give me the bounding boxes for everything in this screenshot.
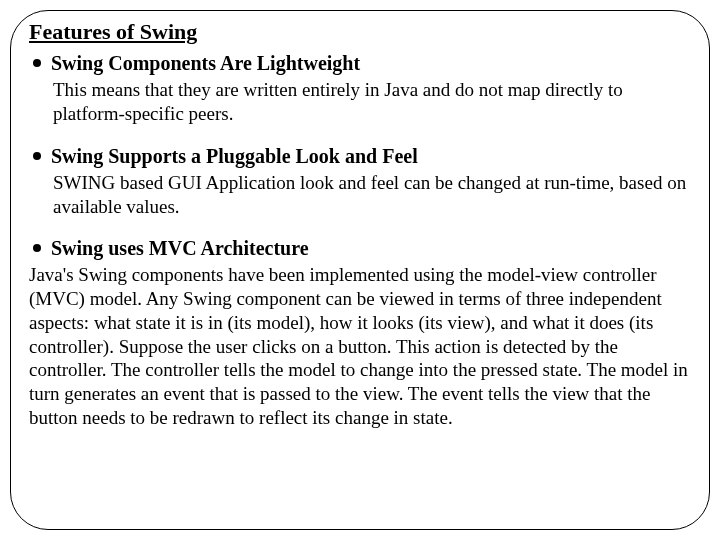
feature-block: Swing uses MVC Architecture Java's Swing… xyxy=(29,236,691,429)
feature-block: Swing Supports a Pluggable Look and Feel… xyxy=(29,144,691,219)
feature-block: Swing Components Are Lightweight This me… xyxy=(29,51,691,126)
feature-heading: Swing Supports a Pluggable Look and Feel xyxy=(51,144,418,169)
slide-title: Features of Swing xyxy=(29,19,691,45)
feature-heading: Swing Components Are Lightweight xyxy=(51,51,360,76)
slide-frame: Features of Swing Swing Components Are L… xyxy=(10,10,710,530)
bullet-row: Swing uses MVC Architecture xyxy=(29,236,691,261)
feature-heading: Swing uses MVC Architecture xyxy=(51,236,309,261)
bullet-icon xyxy=(33,152,41,160)
feature-body: Java's Swing components have been implem… xyxy=(29,263,691,429)
bullet-icon xyxy=(33,244,41,252)
bullet-row: Swing Supports a Pluggable Look and Feel xyxy=(29,144,691,169)
feature-body: SWING based GUI Application look and fee… xyxy=(53,171,691,219)
feature-body: This means that they are written entirel… xyxy=(53,78,691,126)
bullet-icon xyxy=(33,59,41,67)
bullet-row: Swing Components Are Lightweight xyxy=(29,51,691,76)
